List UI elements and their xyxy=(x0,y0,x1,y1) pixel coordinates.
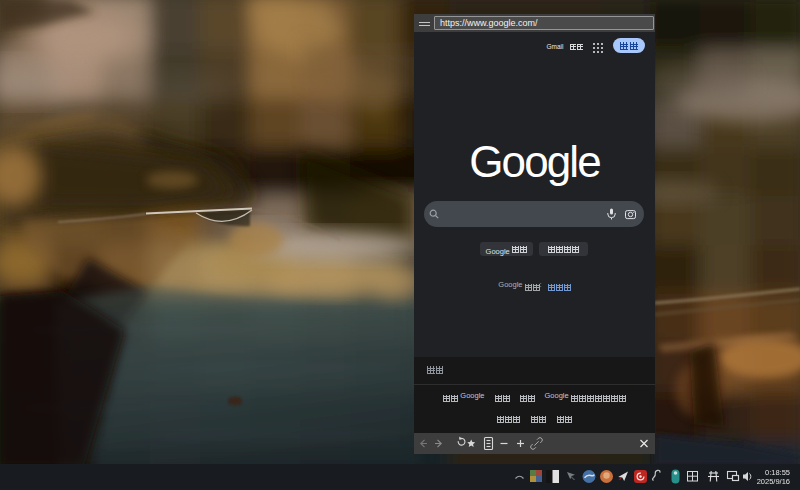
svg-text:2025/9/16: 2025/9/16 xyxy=(757,477,790,486)
svg-text:0:18:55: 0:18:55 xyxy=(765,468,790,477)
